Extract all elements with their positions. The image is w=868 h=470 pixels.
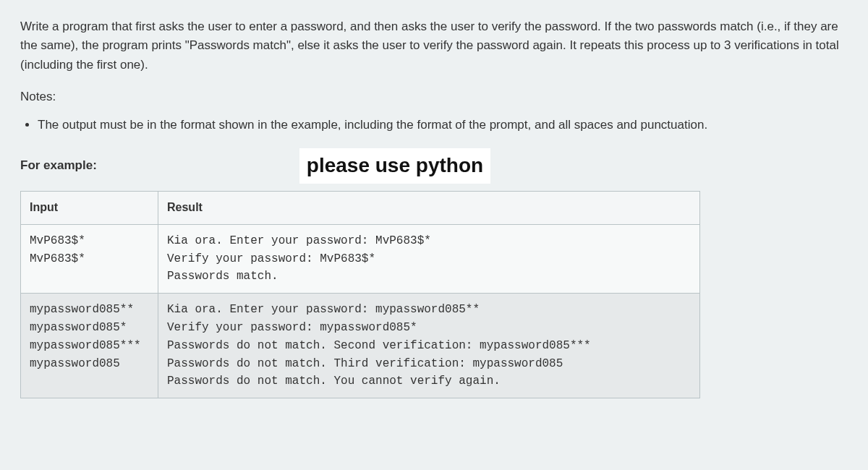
example-table: Input Result MvP683$* MvP683$* Kia ora. … [20,191,700,398]
table-cell-result: Kia ora. Enter your password: MvP683$* V… [158,224,700,293]
table-header-row: Input Result [21,191,700,224]
problem-description: Write a program that first asks the user… [20,17,848,74]
example-header-row: For example: please use python [20,148,848,184]
table-header-input: Input [21,191,158,224]
table-row: mypassword085** mypassword085* mypasswor… [21,294,700,398]
table-cell-result: Kia ora. Enter your password: mypassword… [158,294,700,398]
list-item: The output must be in the format shown i… [38,115,848,134]
notes-label: Notes: [20,87,848,106]
table-row: MvP683$* MvP683$* Kia ora. Enter your pa… [21,224,700,293]
example-label: For example: [20,156,97,175]
notes-list: The output must be in the format shown i… [20,115,848,134]
table-cell-input: mypassword085** mypassword085* mypasswor… [21,294,158,398]
table-cell-input: MvP683$* MvP683$* [21,224,158,293]
table-header-result: Result [158,191,700,224]
python-callout: please use python [299,148,490,184]
